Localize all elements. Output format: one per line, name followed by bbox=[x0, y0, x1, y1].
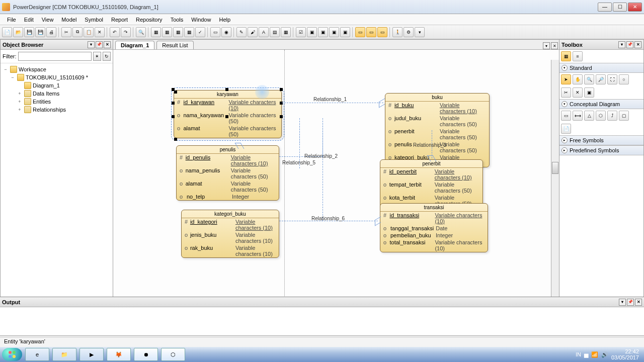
toolbar-btn-c[interactable]: ▦ bbox=[173, 27, 183, 37]
toolbar-window-2[interactable]: ▭ bbox=[366, 27, 376, 37]
toolbar-btn-l[interactable]: ▦ bbox=[281, 27, 291, 37]
minimize-button[interactable]: — bbox=[598, 3, 612, 12]
toolbar-btn-k[interactable]: ▤ bbox=[270, 27, 280, 37]
toolbar-saveall[interactable]: 💾 bbox=[35, 27, 45, 37]
tool-pointer[interactable]: ➤ bbox=[561, 74, 571, 84]
tool-delete[interactable]: ✕ bbox=[573, 87, 583, 98]
toolbox-grid[interactable]: ▦ bbox=[561, 51, 571, 61]
start-button[interactable] bbox=[2, 348, 22, 361]
menu-edit[interactable]: Edit bbox=[20, 16, 38, 24]
tool-file[interactable]: 📄 bbox=[561, 124, 571, 134]
tab-result-list[interactable]: Result List bbox=[156, 41, 193, 49]
tool-cut[interactable]: ✂ bbox=[561, 87, 571, 98]
tool-inheritance[interactable]: △ bbox=[584, 111, 594, 121]
toolbar-btn-h[interactable]: ✎ bbox=[236, 27, 247, 37]
output-close[interactable]: ✕ bbox=[635, 299, 642, 306]
toolbar-btn-n[interactable]: ▣ bbox=[307, 27, 317, 37]
close-button[interactable]: ✕ bbox=[628, 3, 642, 12]
entity-transaksi[interactable]: transaksi #id_transaksiVariable characte… bbox=[380, 203, 488, 252]
toolbar-btn-f[interactable]: ▭ bbox=[210, 27, 220, 37]
menu-report[interactable]: Report bbox=[107, 16, 132, 24]
toolbar-window-1[interactable]: ▭ bbox=[355, 27, 365, 37]
relationship-2[interactable]: Relationship_2 bbox=[304, 153, 338, 159]
toolbar-btn-p[interactable]: ▣ bbox=[329, 27, 339, 37]
toolbox-cat-conceptual[interactable]: ▾Conceptual Diagram bbox=[559, 99, 643, 109]
toolbox-close[interactable]: ✕ bbox=[634, 41, 641, 48]
menu-view[interactable]: View bbox=[38, 16, 58, 24]
toolbar-btn-t[interactable]: ▾ bbox=[415, 27, 425, 37]
toolbar-undo[interactable]: ↶ bbox=[110, 27, 120, 37]
tray-flag-icon[interactable]: ▅ bbox=[584, 351, 588, 358]
tree-project[interactable]: − TOKOBUKU_15101609 * bbox=[3, 73, 111, 81]
output-pin[interactable]: 📌 bbox=[627, 299, 634, 306]
tool-zoomin[interactable]: 🔍 bbox=[584, 74, 594, 84]
browser-close[interactable]: ✕ bbox=[104, 41, 111, 48]
menu-model[interactable]: Model bbox=[57, 16, 80, 24]
toolbar-delete[interactable]: ✕ bbox=[95, 27, 105, 37]
doc-close[interactable]: ✕ bbox=[551, 42, 558, 49]
canvas[interactable]: karyawan #id_karyawanVariable characters… bbox=[113, 50, 559, 323]
toolbar-paste[interactable]: 📋 bbox=[84, 27, 94, 37]
tool-association[interactable]: ⬡ bbox=[596, 111, 606, 121]
output-dropdown[interactable]: ▾ bbox=[619, 299, 626, 306]
toolbar-btn-r[interactable]: 🚶 bbox=[392, 27, 403, 37]
menu-file[interactable]: File bbox=[3, 16, 20, 24]
toolbar-copy[interactable]: ⧉ bbox=[72, 27, 83, 37]
tree-workspace[interactable]: − Workspace bbox=[3, 65, 111, 73]
tray-network-icon[interactable]: 📶 bbox=[591, 351, 598, 358]
entity-kategori-buku[interactable]: kategori_buku #id_kategoriVariable chara… bbox=[181, 210, 279, 258]
task-firefox[interactable]: 🦊 bbox=[107, 348, 131, 361]
toolbar-btn-d[interactable]: ▦ bbox=[184, 27, 194, 37]
toolbar-find[interactable]: 🔍 bbox=[136, 27, 146, 37]
toolbar-btn-q[interactable]: ▣ bbox=[340, 27, 350, 37]
relationship-6[interactable]: Relationship_6 bbox=[311, 216, 345, 221]
toolbar-new[interactable]: 📄 bbox=[2, 27, 12, 37]
tree-entities[interactable]: + Entities bbox=[3, 98, 111, 106]
tool-zoomout[interactable]: 🔎 bbox=[596, 74, 606, 84]
relationship-5[interactable]: Relationship_5 bbox=[282, 160, 315, 165]
entity-penerbit[interactable]: penerbit #id_penerbitVariable characters… bbox=[380, 159, 483, 208]
tool-entity[interactable]: ▭ bbox=[561, 111, 571, 121]
tray-lang[interactable]: IN bbox=[576, 351, 581, 357]
toolbox-list[interactable]: ≡ bbox=[573, 51, 583, 61]
tool-hand[interactable]: ✋ bbox=[573, 74, 583, 84]
toolbar-save[interactable]: 💾 bbox=[24, 27, 34, 37]
tree[interactable]: − Workspace − TOKOBUKU_15101609 * Diagra… bbox=[1, 63, 113, 319]
tree-relationships[interactable]: + Relationships bbox=[3, 106, 111, 114]
tool-package[interactable]: ▢ bbox=[619, 111, 629, 121]
entity-penulis[interactable]: penulis #id_penulisVariable characters (… bbox=[176, 145, 279, 201]
tray-clock[interactable]: 22:42 03/05/2017 bbox=[611, 348, 639, 360]
filter-input[interactable] bbox=[18, 52, 92, 61]
tool-link[interactable]: ⤴ bbox=[607, 111, 617, 121]
browser-dropdown[interactable]: ▾ bbox=[88, 41, 95, 48]
toolbox-cat-predefined[interactable]: ▸Predefined Symbols bbox=[559, 145, 643, 155]
toolbar-btn-e[interactable]: ✓ bbox=[195, 27, 205, 37]
task-powerdesigner[interactable]: ⬡ bbox=[161, 348, 185, 361]
toolbar-btn-s[interactable]: ⚙ bbox=[404, 27, 414, 37]
task-recorder[interactable]: ⏺ bbox=[134, 348, 158, 361]
toolbar-btn-g[interactable]: ◉ bbox=[221, 27, 231, 37]
toolbar-window-3[interactable]: ▭ bbox=[377, 27, 387, 37]
relationship-3[interactable]: Relationship_3 bbox=[413, 142, 446, 148]
toolbox-cat-standard[interactable]: ▾Standard bbox=[559, 63, 643, 73]
tree-data-items[interactable]: + Data Items bbox=[3, 89, 111, 98]
output-body[interactable] bbox=[0, 307, 644, 335]
toolbar-btn-j[interactable]: A bbox=[259, 27, 269, 37]
doc-dropdown[interactable]: ▾ bbox=[543, 42, 550, 49]
toolbar-open[interactable]: 📂 bbox=[13, 27, 23, 37]
scrollbar-vertical[interactable] bbox=[551, 60, 559, 315]
tool-props[interactable]: ▣ bbox=[584, 87, 594, 98]
entity-buku[interactable]: buku #id_bukuVariable characters (10) oj… bbox=[385, 93, 490, 167]
toolbar-btn-a[interactable]: ▦ bbox=[151, 27, 161, 37]
toolbar-btn-i[interactable]: 🖌 bbox=[248, 27, 258, 37]
toolbar-btn-o[interactable]: ▣ bbox=[318, 27, 328, 37]
tool-zoom100[interactable]: ○ bbox=[619, 74, 629, 84]
browser-pin[interactable]: 📌 bbox=[96, 41, 103, 48]
menu-help[interactable]: Help bbox=[215, 16, 234, 24]
toolbox-dropdown[interactable]: ▾ bbox=[618, 41, 625, 48]
toolbox-cat-free[interactable]: ▸Free Symbols bbox=[559, 135, 643, 145]
menu-symbol[interactable]: Symbol bbox=[80, 16, 107, 24]
toolbar-print[interactable]: 🖨 bbox=[46, 27, 56, 37]
filter-clear[interactable]: ↻ bbox=[103, 52, 111, 61]
task-media[interactable]: ▶ bbox=[79, 348, 104, 361]
